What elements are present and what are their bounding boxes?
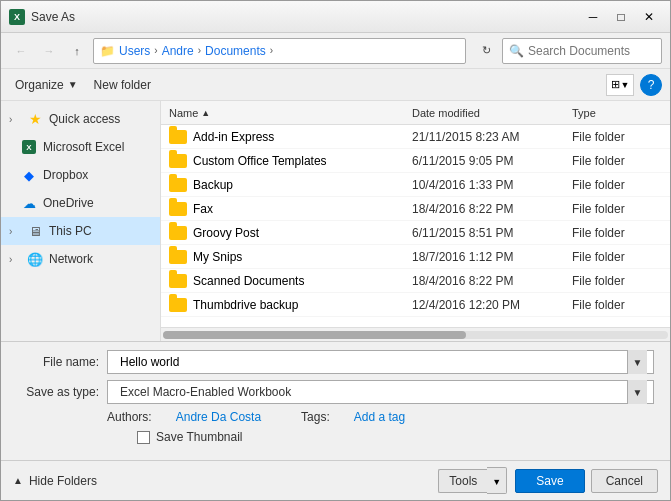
sidebar-item-network[interactable]: › 🌐 Network [1,245,160,273]
file-type-cell: File folder [572,130,662,144]
maximize-button[interactable]: □ [608,6,634,28]
file-row[interactable]: Thumbdrive backup 12/4/2016 12:20 PM Fil… [161,293,670,317]
search-input[interactable] [528,44,655,58]
sidebar-item-dropbox[interactable]: ◆ Dropbox [1,161,160,189]
save-button[interactable]: Save [515,469,584,493]
file-name-cell: Fax [193,202,412,216]
expand-icon-pc: › [9,226,21,237]
file-row[interactable]: Groovy Post 6/11/2015 8:51 PM File folde… [161,221,670,245]
horizontal-scrollbar[interactable] [161,327,670,341]
footer: ▲ Hide Folders Tools ▼ Save Cancel [1,460,670,500]
meta-row: Authors: Andre Da Costa Tags: Add a tag [17,410,654,424]
sidebar-label-network: Network [49,252,93,266]
save-thumbnail-checkbox[interactable] [137,431,150,444]
main-area: › ★ Quick access X Microsoft Excel ◆ Dro… [1,101,670,341]
up-button[interactable]: ↑ [65,39,89,63]
close-button[interactable]: ✕ [636,6,662,28]
quick-access-icon: ★ [27,111,43,127]
col-header-name[interactable]: Name ▲ [169,107,412,119]
sidebar-item-quick-access[interactable]: › ★ Quick access [1,105,160,133]
col-header-type[interactable]: Type [572,107,662,119]
file-name-dropdown-arrow[interactable]: ▼ [627,350,647,374]
tags-value[interactable]: Add a tag [354,410,405,424]
back-button[interactable]: ← [9,39,33,63]
view-options: ⊞ ▼ ? [606,74,662,96]
file-name-cell: Backup [193,178,412,192]
file-type-cell: File folder [572,178,662,192]
file-row[interactable]: Add-in Express 21/11/2015 8:23 AM File f… [161,125,670,149]
file-date-cell: 21/11/2015 8:23 AM [412,130,572,144]
folder-icon [169,296,187,314]
file-date-cell: 12/4/2016 12:20 PM [412,298,572,312]
file-name-row: File name: ▼ [17,350,654,374]
pc-icon: 🖥 [27,223,43,239]
save-as-type-row: Save as type: Excel Macro-Enabled Workbo… [17,380,654,404]
authors-value[interactable]: Andre Da Costa [176,410,261,424]
file-area: Name ▲ Date modified Type Add-in Express… [161,101,670,341]
hide-folders-button[interactable]: ▲ Hide Folders [13,474,97,488]
tools-dropdown-button[interactable]: ▼ [487,467,507,494]
breadcrumb-sep2: › [198,45,201,56]
breadcrumb-icon: 📁 [100,44,115,58]
expand-icon-network: › [9,254,21,265]
file-row[interactable]: My Snips 18/7/2016 1:12 PM File folder [161,245,670,269]
sidebar-item-this-pc[interactable]: › 🖥 This PC [1,217,160,245]
forward-button[interactable]: → [37,39,61,63]
hide-folders-label: Hide Folders [29,474,97,488]
breadcrumb-segment-documents[interactable]: Documents [205,44,266,58]
file-date-cell: 18/4/2016 8:22 PM [412,202,572,216]
organize-chevron-icon: ▼ [68,79,78,90]
search-box[interactable]: 🔍 [502,38,662,64]
cancel-button[interactable]: Cancel [591,469,658,493]
sidebar-item-onedrive[interactable]: ☁ OneDrive [1,189,160,217]
view-toggle-button[interactable]: ⊞ ▼ [606,74,634,96]
file-name-input-container[interactable]: ▼ [107,350,654,374]
file-row[interactable]: Fax 18/4/2016 8:22 PM File folder [161,197,670,221]
dialog-title: Save As [31,10,574,24]
save-as-type-select[interactable]: Excel Macro-Enabled Workbook ▼ [107,380,654,404]
form-area: File name: ▼ Save as type: Excel Macro-E… [1,341,670,460]
tags-label: Tags: [301,410,330,424]
help-button[interactable]: ? [640,74,662,96]
breadcrumb-segment-andre[interactable]: Andre [162,44,194,58]
save-as-type-value: Excel Macro-Enabled Workbook [114,385,627,399]
file-name-cell: Scanned Documents [193,274,412,288]
search-icon: 🔍 [509,44,524,58]
file-row[interactable]: Scanned Documents 18/4/2016 8:22 PM File… [161,269,670,293]
sidebar-label-onedrive: OneDrive [43,196,94,210]
sidebar-label-this-pc: This PC [49,224,92,238]
file-date-cell: 10/4/2016 1:33 PM [412,178,572,192]
breadcrumb-sep1: › [154,45,157,56]
new-folder-button[interactable]: New folder [88,75,157,95]
file-name-cell: Groovy Post [193,226,412,240]
file-name-cell: Thumbdrive backup [193,298,412,312]
breadcrumb-segment-users[interactable]: Users [119,44,150,58]
organize-button[interactable]: Organize ▼ [9,75,84,95]
file-row[interactable]: Backup 10/4/2016 1:33 PM File folder [161,173,670,197]
refresh-button[interactable]: ↻ [474,39,498,63]
file-row[interactable]: Custom Office Templates 6/11/2015 9:05 P… [161,149,670,173]
help-icon: ? [648,78,655,92]
file-type-cell: File folder [572,250,662,264]
scroll-track [163,331,668,339]
file-date-cell: 18/7/2016 1:12 PM [412,250,572,264]
breadcrumb-sep3: › [270,45,273,56]
file-type-cell: File folder [572,154,662,168]
file-name-input[interactable] [114,355,627,369]
authors-label: Authors: [107,410,152,424]
breadcrumb-bar[interactable]: 📁 Users › Andre › Documents › [93,38,466,64]
tools-label: Tools [449,474,477,488]
sidebar-item-microsoft-excel[interactable]: X Microsoft Excel [1,133,160,161]
save-type-dropdown-arrow[interactable]: ▼ [627,380,647,404]
thumbnail-row: Save Thumbnail [17,430,654,444]
file-date-cell: 6/11/2015 8:51 PM [412,226,572,240]
file-type-cell: File folder [572,202,662,216]
folder-icon [169,176,187,194]
onedrive-icon: ☁ [21,195,37,211]
col-header-date[interactable]: Date modified [412,107,572,119]
sidebar-label-quick-access: Quick access [49,112,120,126]
minimize-button[interactable]: ─ [580,6,606,28]
file-type-cell: File folder [572,274,662,288]
file-date-cell: 6/11/2015 9:05 PM [412,154,572,168]
tools-button[interactable]: Tools [438,469,487,493]
